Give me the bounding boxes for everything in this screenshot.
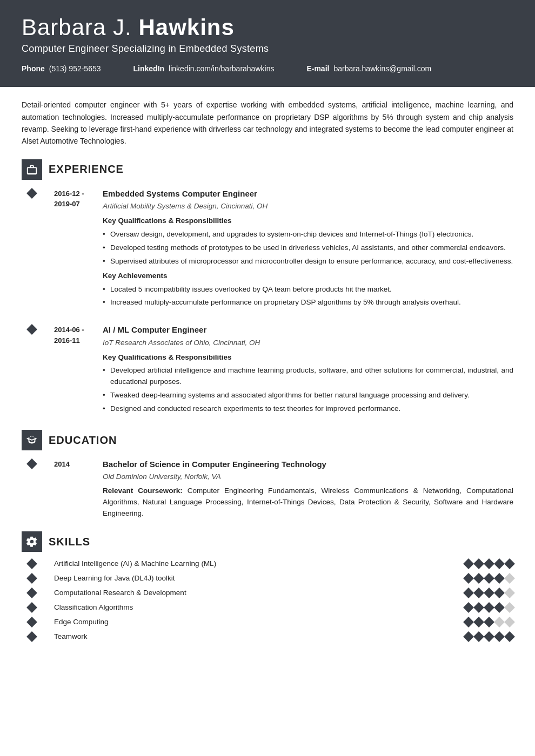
skills-header: SKILLS: [22, 531, 513, 552]
dot-filled: [463, 631, 474, 642]
dot-filled: [494, 573, 505, 584]
education-timeline: 2014 Bachelor of Science in Computer Eng…: [22, 458, 513, 519]
skill-name: Computational Research & Development: [54, 589, 454, 597]
list-item: Tweaked deep-learning systems and associ…: [103, 390, 513, 401]
skill-bullet: [26, 617, 37, 627]
dot-filled: [473, 558, 484, 569]
contact-email: E-mail barbara.hawkins@gmail.com: [306, 64, 431, 73]
list-item: Located 5 incompatibility issues overloo…: [103, 284, 513, 295]
dot-filled: [504, 631, 515, 642]
job-1-qual-heading: Key Qualifications & Responsibilities: [103, 215, 513, 227]
job-1-qualifications: Oversaw design, development, and upgrade…: [103, 229, 513, 267]
job-1-content: Embedded Systems Computer Engineer Artif…: [103, 187, 513, 312]
education-title: EDUCATION: [49, 434, 117, 447]
job-title: Computer Engineer Specializing in Embedd…: [22, 43, 513, 55]
header: Barbara J. Hawkins Computer Engineer Spe…: [0, 0, 535, 87]
graduation-icon: [26, 434, 38, 446]
contact-info: Phone (513) 952-5653 LinkedIn linkedin.c…: [22, 64, 513, 75]
experience-icon: [22, 159, 42, 180]
skills-list: Artificial Intelligence (AI) & Machine L…: [22, 559, 513, 640]
skill-bullet: [26, 588, 37, 598]
job-1-ach-heading: Key Achievements: [103, 271, 513, 282]
bullet-1: [26, 188, 37, 199]
job-item-1: 2016-12 - 2019-07 Embedded Systems Compu…: [54, 187, 513, 312]
list-item: Developed testing methods of prototypes …: [103, 242, 513, 254]
coursework-label: Relevant Coursework:: [103, 487, 183, 495]
experience-timeline: 2016-12 - 2019-07 Embedded Systems Compu…: [22, 187, 513, 418]
job-1-date: 2016-12 - 2019-07: [54, 187, 103, 312]
dot-filled: [484, 588, 494, 598]
edu-1-degree: Bachelor of Science in Computer Engineer…: [103, 458, 513, 470]
full-name: Barbara J. Hawkins: [22, 15, 513, 40]
job-2-title: AI / ML Computer Engineer: [103, 323, 513, 336]
dot-filled: [463, 588, 474, 598]
phone-label: Phone: [22, 64, 45, 73]
email-value: barbara.hawkins@gmail.com: [333, 64, 431, 73]
job-2-company: IoT Research Associates of Ohio, Cincinn…: [103, 338, 513, 349]
job-item-2: 2014-06 - 2016-11 AI / ML Computer Engin…: [54, 323, 513, 418]
dot-empty: [504, 588, 515, 598]
skill-dots: [465, 575, 513, 582]
dot-filled: [473, 573, 484, 584]
list-item: Developed artificial intelligence and ma…: [103, 365, 513, 388]
summary-text: Detail-oriented computer engineer with 5…: [0, 87, 535, 155]
dot-filled: [473, 602, 484, 613]
skill-item-1: Deep Learning for Java (DL4J) toolkit: [54, 574, 513, 582]
skill-dots: [465, 633, 513, 640]
job-2-date: 2014-06 - 2016-11: [54, 323, 103, 418]
dot-filled: [484, 558, 494, 569]
job-2-content: AI / ML Computer Engineer IoT Research A…: [103, 323, 513, 418]
job-1-achievements: Located 5 incompatibility issues overloo…: [103, 284, 513, 309]
briefcase-icon: [26, 164, 38, 176]
skill-bullet: [26, 631, 37, 642]
dot-filled: [504, 558, 515, 569]
dot-empty: [504, 602, 515, 613]
edu-1-year: 2014: [54, 458, 103, 519]
edu-item-1: 2014 Bachelor of Science in Computer Eng…: [54, 458, 513, 519]
education-icon: [22, 430, 42, 450]
dot-filled: [484, 602, 494, 613]
edu-1-coursework: Relevant Coursework: Computer Engineerin…: [103, 485, 513, 519]
contact-linkedin: LinkedIn linkedin.com/in/barbarahawkins: [133, 64, 275, 73]
skill-item-0: Artificial Intelligence (AI) & Machine L…: [54, 559, 513, 568]
list-item: Oversaw design, development, and upgrade…: [103, 229, 513, 240]
list-item: Increased multiply-accumulate performanc…: [103, 297, 513, 308]
linkedin-value: linkedin.com/in/barbarahawkins: [169, 64, 274, 73]
contact-phone: Phone (513) 952-5653: [22, 64, 101, 73]
edu-1-institution: Old Dominion University, Norfolk, VA: [103, 471, 513, 483]
job-2-qual-heading: Key Qualifications & Responsibilities: [103, 352, 513, 363]
skill-name: Deep Learning for Java (DL4J) toolkit: [54, 574, 454, 582]
bullet-2: [26, 324, 37, 335]
list-item: Designed and conducted research experime…: [103, 403, 513, 415]
linkedin-label: LinkedIn: [133, 64, 165, 73]
skill-dots: [465, 604, 513, 611]
skill-bullet: [26, 558, 37, 569]
dot-filled: [473, 617, 484, 627]
dot-filled: [494, 602, 505, 613]
skill-bullet: [26, 602, 37, 613]
dot-filled: [484, 573, 494, 584]
edu-bullet-1: [26, 458, 37, 469]
last-name: Hawkins: [138, 15, 234, 40]
dot-filled: [463, 558, 474, 569]
skills-section: SKILLS Artificial Intelligence (AI) & Ma…: [22, 531, 513, 640]
dot-empty: [504, 573, 515, 584]
dot-filled: [484, 617, 494, 627]
main-content: EXPERIENCE 2016-12 - 2019-07 Embedded Sy…: [0, 159, 535, 640]
dot-filled: [494, 631, 505, 642]
skill-name: Edge Computing: [54, 618, 454, 626]
education-section: EDUCATION 2014 Bachelor of Science in Co…: [22, 430, 513, 519]
dot-empty: [504, 617, 515, 627]
dot-filled: [463, 617, 474, 627]
dot-filled: [494, 558, 505, 569]
list-item: Supervised attributes of microprocessor …: [103, 256, 513, 267]
skill-bullet: [26, 573, 37, 584]
email-label: E-mail: [306, 64, 329, 73]
skill-item-2: Computational Research & Development: [54, 589, 513, 597]
dot-empty: [494, 617, 505, 627]
job-2-qualifications: Developed artificial intelligence and ma…: [103, 365, 513, 415]
skills-title: SKILLS: [49, 536, 90, 548]
skill-item-5: Teamwork: [54, 632, 513, 640]
dot-filled: [473, 631, 484, 642]
first-name: Barbara J.: [22, 15, 132, 40]
